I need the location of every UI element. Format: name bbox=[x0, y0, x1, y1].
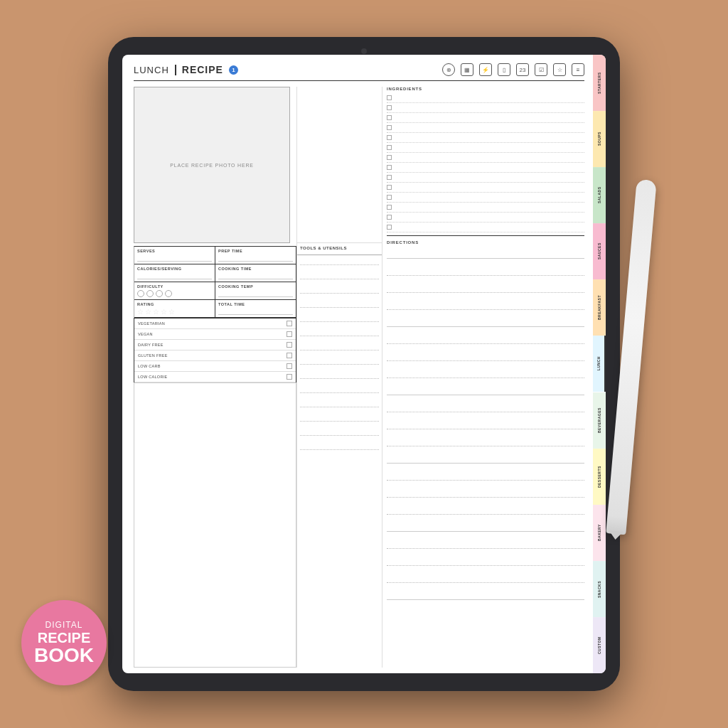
dot-grid bbox=[134, 383, 296, 667]
tab-desserts[interactable]: DESSERTS bbox=[593, 449, 606, 505]
info-grid: SERVES PREP TIME CALORIES/SERVING C bbox=[134, 246, 296, 318]
tools-line-6 bbox=[300, 329, 379, 336]
dir-line-3 bbox=[387, 282, 584, 293]
lunch-label: LUNCH bbox=[134, 65, 176, 75]
vegan-checkbox[interactable] bbox=[287, 331, 292, 337]
phone-icon[interactable]: ▯ bbox=[498, 63, 510, 76]
side-tabs: STARTERS SOUPS SALADS SAUCES BREAKFAST L… bbox=[593, 55, 606, 673]
ingredient-row-5 bbox=[387, 133, 584, 143]
diff-circle-1[interactable] bbox=[137, 290, 144, 297]
tools-header: TOOLS & UTENSILS bbox=[297, 243, 382, 255]
tab-snacks[interactable]: SNACKS bbox=[593, 561, 606, 617]
tab-breakfast[interactable]: BREAKFAST bbox=[593, 279, 606, 336]
tab-salads[interactable]: SALADS bbox=[593, 167, 606, 223]
cooking-time-cell: COOKING TIME bbox=[215, 264, 296, 282]
ingredient-row-12 bbox=[387, 203, 584, 213]
dir-line-7 bbox=[387, 350, 584, 361]
dir-line-4 bbox=[387, 299, 584, 310]
tab-lunch[interactable]: LUNCH bbox=[593, 336, 606, 392]
diff-circle-2[interactable] bbox=[146, 290, 154, 297]
vegan-row: VEGAN bbox=[134, 329, 296, 340]
tools-line-9 bbox=[300, 372, 379, 379]
ingredient-row-10 bbox=[387, 183, 584, 193]
ingredient-row-11 bbox=[387, 193, 584, 203]
dir-line-6 bbox=[387, 333, 584, 344]
star-4[interactable]: ☆ bbox=[161, 308, 167, 316]
directions-lines bbox=[387, 247, 584, 602]
vegetarian-checkbox[interactable] bbox=[287, 321, 292, 326]
panel-left: PLACE RECIPE PHOTO HERE SERVES PREP TIME bbox=[134, 87, 297, 668]
tab-starters[interactable]: STARTERS bbox=[593, 55, 606, 111]
ingredient-row-3 bbox=[387, 113, 584, 123]
tab-bakery[interactable]: BAKERY bbox=[593, 505, 606, 561]
diet-checkboxes: VEGETARIAN VEGAN DAIRY FREE GLUTEN bbox=[134, 318, 296, 382]
tools-line-13 bbox=[300, 429, 379, 436]
star-3[interactable]: ☆ bbox=[153, 308, 159, 316]
cooking-temp-cell: COOKING TEMP bbox=[215, 282, 296, 300]
dir-line-14 bbox=[387, 469, 584, 481]
low-carb-row: LOW CARB bbox=[134, 361, 296, 372]
gluten-free-checkbox[interactable] bbox=[287, 353, 292, 358]
dir-line-5 bbox=[387, 316, 584, 327]
header-left: LUNCH RECIPE 1 bbox=[134, 64, 238, 75]
dir-line-13 bbox=[387, 452, 584, 464]
dir-line-19 bbox=[387, 555, 584, 566]
star-1[interactable]: ☆ bbox=[137, 308, 144, 316]
recipe-photo-area[interactable]: PLACE RECIPE PHOTO HERE bbox=[134, 87, 290, 243]
low-carb-checkbox[interactable] bbox=[287, 363, 292, 369]
badge-recipe-text: RECIPE bbox=[38, 630, 90, 646]
tools-line-10 bbox=[300, 386, 379, 393]
content-area: LUNCH RECIPE 1 ⊗ ▦ ⚡ ▯ 23 ☑ ☆ ≡ bbox=[122, 55, 593, 673]
badge-digital-text: DIGITAL bbox=[46, 620, 83, 630]
ingredient-row-9 bbox=[387, 173, 584, 183]
low-calorie-checkbox[interactable] bbox=[287, 374, 292, 380]
calendar-icon[interactable]: 23 bbox=[516, 63, 529, 76]
dairy-free-checkbox[interactable] bbox=[287, 342, 292, 348]
stylus-pencil bbox=[606, 179, 656, 535]
dir-line-10 bbox=[387, 401, 584, 412]
ingredient-row-14 bbox=[387, 223, 584, 232]
compass-icon[interactable]: ⊗ bbox=[442, 63, 455, 76]
calories-cell: CALORIES/SERVING bbox=[134, 264, 215, 282]
dir-line-21 bbox=[387, 589, 584, 600]
lightning-icon[interactable]: ⚡ bbox=[479, 63, 492, 76]
recipe-label: RECIPE bbox=[182, 64, 223, 75]
tools-line-14 bbox=[300, 443, 379, 450]
tools-line-3 bbox=[300, 287, 379, 294]
dir-line-8 bbox=[387, 367, 584, 378]
panel-right: INGREDIENTS bbox=[382, 87, 584, 668]
notes-dotted-area[interactable] bbox=[134, 382, 296, 668]
tab-beverages[interactable]: BEVERAGES bbox=[593, 392, 606, 449]
header-icons: ⊗ ▦ ⚡ ▯ 23 ☑ ☆ ≡ bbox=[442, 63, 584, 76]
star-2[interactable]: ☆ bbox=[145, 308, 151, 316]
tools-line-8 bbox=[300, 358, 379, 365]
star-icon[interactable]: ☆ bbox=[553, 63, 566, 76]
grid-icon[interactable]: ▦ bbox=[461, 63, 473, 76]
diff-circle-3[interactable] bbox=[156, 290, 163, 297]
rating-cell: RATING ☆ ☆ ☆ ☆ ☆ bbox=[134, 300, 215, 318]
menu-icon[interactable]: ≡ bbox=[572, 63, 584, 76]
ingredients-section: INGREDIENTS bbox=[387, 87, 584, 236]
dir-line-16 bbox=[387, 503, 584, 515]
dir-line-1 bbox=[387, 247, 584, 259]
tab-sauces[interactable]: SAUCES bbox=[593, 223, 606, 279]
total-time-cell: TOTAL TIME bbox=[215, 300, 296, 318]
dir-line-17 bbox=[387, 520, 584, 532]
main-layout: PLACE RECIPE PHOTO HERE SERVES PREP TIME bbox=[134, 87, 584, 668]
low-calorie-row: LOW CALORIE bbox=[134, 372, 296, 382]
difficulty-circles bbox=[137, 290, 212, 297]
tools-line-4 bbox=[300, 301, 379, 308]
tools-line-7 bbox=[300, 343, 379, 350]
tools-line-12 bbox=[300, 414, 379, 422]
ingredient-row-13 bbox=[387, 213, 584, 223]
difficulty-cell: DIFFICULTY bbox=[134, 282, 215, 300]
tablet-screen: STARTERS SOUPS SALADS SAUCES BREAKFAST L… bbox=[122, 55, 606, 673]
diff-circle-4[interactable] bbox=[165, 290, 172, 297]
tab-soups[interactable]: SOUPS bbox=[593, 111, 606, 167]
dir-line-20 bbox=[387, 572, 584, 583]
tab-custom[interactable]: CUSTOM bbox=[593, 617, 606, 673]
badge-book-text: BOOK bbox=[34, 646, 94, 665]
star-5[interactable]: ☆ bbox=[168, 308, 175, 316]
checklist-icon[interactable]: ☑ bbox=[535, 63, 547, 76]
ingredient-row-6 bbox=[387, 143, 584, 153]
